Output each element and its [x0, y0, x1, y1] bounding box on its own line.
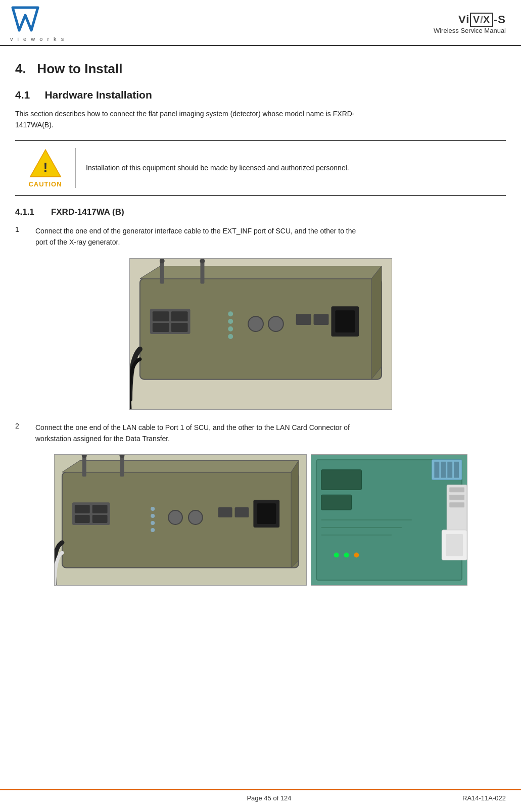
svg-point-21 — [228, 334, 233, 339]
svg-rect-60 — [449, 495, 464, 500]
vivix-vi: Vi — [458, 13, 469, 26]
svg-rect-32 — [120, 456, 124, 477]
svg-point-17 — [268, 316, 283, 331]
svg-rect-15 — [171, 323, 187, 332]
chapter-name: How to Install — [37, 61, 122, 76]
svg-point-19 — [228, 319, 233, 324]
scu-front-svg — [55, 454, 306, 586]
section-41-name: Hardware Installation — [44, 89, 152, 101]
svg-rect-13 — [171, 311, 187, 321]
svg-rect-52 — [434, 462, 439, 478]
svg-marker-6 — [371, 266, 382, 379]
svg-rect-56 — [321, 470, 361, 490]
lan-card-svg — [311, 454, 467, 586]
svg-rect-14 — [152, 323, 169, 332]
svg-point-41 — [151, 507, 155, 511]
step-1-line1: Connect the one end of the generator int… — [35, 227, 356, 235]
svg-point-42 — [151, 514, 155, 518]
image-container-1 — [15, 258, 506, 410]
svg-point-40 — [188, 510, 202, 524]
vivix-box: VIX — [470, 13, 493, 27]
caution-icon-area: ! CAUTION — [15, 148, 76, 188]
svg-rect-30 — [82, 456, 86, 477]
step-1-line2: port of the X-ray generator. — [35, 238, 120, 246]
section-41-title: 4.1 Hardware Installation — [15, 89, 506, 101]
svg-rect-48 — [234, 507, 249, 517]
svg-marker-28 — [62, 461, 298, 472]
svg-point-43 — [151, 521, 155, 525]
svg-rect-23 — [335, 310, 355, 332]
step-2-number: 2 — [15, 422, 27, 445]
svg-rect-7 — [160, 261, 164, 283]
svg-rect-57 — [321, 495, 351, 510]
svg-rect-35 — [74, 505, 89, 513]
section-body-line1: This section describes how to connect th… — [15, 110, 355, 118]
svg-rect-53 — [441, 462, 446, 478]
svg-point-18 — [228, 311, 233, 316]
subsection-411-name: FXRD-1417WA (B) — [51, 207, 124, 217]
header-right: Vi VIX -S Wireless Service Manual — [434, 13, 506, 34]
svg-rect-54 — [447, 462, 452, 478]
svg-marker-5 — [139, 266, 381, 278]
vivix-dash: -S — [494, 13, 506, 26]
scu-back-image — [129, 258, 392, 410]
step-1-number: 1 — [15, 225, 27, 248]
section-body-line2: 1417WA(B). — [15, 121, 54, 129]
doc-number: RA14-11A-022 — [462, 794, 506, 802]
step-2-line1: Connect the one end of the LAN cable to … — [35, 423, 350, 432]
page-footer: Page 45 of 124 RA14-11A-022 — [0, 789, 521, 802]
svg-point-66 — [354, 553, 359, 558]
logo-w-letter — [10, 5, 40, 36]
svg-point-20 — [228, 326, 233, 331]
caution-box: ! CAUTION Installation of this equipment… — [15, 140, 506, 196]
svg-marker-29 — [291, 461, 299, 568]
manual-title: Wireless Service Manual — [434, 27, 506, 34]
chapter-title: 4. How to Install — [15, 61, 506, 77]
page-header: v i e w o r k s Vi VIX -S Wireless Servi… — [0, 0, 521, 46]
svg-point-65 — [344, 553, 349, 558]
svg-rect-37 — [74, 515, 89, 523]
chapter-number: 4. — [15, 61, 26, 76]
svg-rect-59 — [449, 488, 464, 493]
svg-rect-46 — [257, 503, 276, 524]
svg-text:!: ! — [43, 159, 48, 174]
svg-point-64 — [334, 553, 339, 558]
step-2: 2 Connect the one end of the LAN cable t… — [15, 422, 506, 445]
svg-marker-0 — [13, 8, 38, 30]
svg-point-16 — [248, 316, 263, 331]
subsection-411-number: 4.1.1 — [15, 207, 34, 217]
svg-rect-61 — [449, 503, 464, 508]
step-1: 1 Connect the one end of the generator i… — [15, 225, 506, 248]
svg-point-8 — [159, 258, 164, 263]
caution-triangle-icon: ! — [28, 148, 63, 178]
main-content: 4. How to Install 4.1 Hardware Installat… — [0, 46, 521, 628]
svg-rect-63 — [446, 534, 463, 556]
svg-rect-25 — [313, 314, 328, 325]
subsection-411-title: 4.1.1 FXRD-1417WA (B) — [15, 207, 506, 217]
step-1-content: Connect the one end of the generator int… — [35, 225, 506, 248]
scu-front-image — [54, 454, 307, 586]
vieworks-logo: v i e w o r k s — [10, 5, 65, 42]
step-2-line2: workstation assigned for the Data Transf… — [35, 435, 170, 443]
lan-card-image — [311, 454, 467, 586]
svg-rect-55 — [454, 462, 459, 478]
caution-label: CAUTION — [28, 180, 62, 188]
page-number: Page 45 of 124 — [76, 794, 462, 802]
svg-rect-24 — [296, 314, 311, 325]
svg-point-39 — [168, 510, 182, 524]
step-2-content: Connect the one end of the LAN cable to … — [35, 422, 506, 445]
logo-subtitle: v i e w o r k s — [10, 36, 65, 42]
svg-rect-36 — [92, 505, 107, 513]
svg-point-44 — [151, 528, 155, 532]
svg-rect-38 — [92, 515, 107, 523]
vivix-brand-logo: Vi VIX -S — [458, 13, 506, 27]
svg-rect-9 — [200, 261, 204, 283]
section-41-number: 4.1 — [15, 89, 30, 101]
caution-text: Installation of this equipment should be… — [76, 162, 359, 173]
image-container-2 — [15, 454, 506, 586]
scu-back-svg — [130, 258, 392, 410]
svg-rect-12 — [152, 311, 169, 321]
svg-rect-47 — [218, 507, 232, 517]
section-41-body: This section describes how to connect th… — [15, 108, 506, 131]
svg-point-10 — [200, 258, 205, 263]
